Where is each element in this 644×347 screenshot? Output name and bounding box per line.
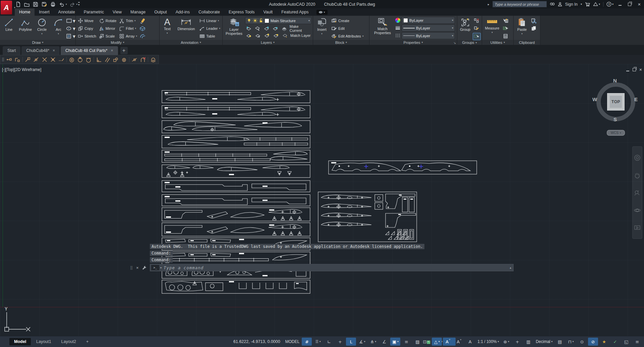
- save-as-button[interactable]: [41, 1, 48, 8]
- close-button[interactable]: ×: [636, 1, 643, 7]
- paste-button[interactable]: Paste▾: [515, 17, 529, 36]
- layer-thaw-icon[interactable]: [263, 32, 271, 39]
- application-menu-button[interactable]: A▾: [1, 1, 12, 14]
- toolbar-grip[interactable]: ⣿: [2, 57, 4, 62]
- search-icon[interactable]: [550, 2, 555, 6]
- search-collapse-icon[interactable]: ▸: [488, 3, 489, 6]
- dynamic-input-toggle[interactable]: +: [335, 338, 345, 346]
- minimize-button[interactable]: [617, 1, 623, 7]
- zoom-icon[interactable]: [634, 190, 641, 196]
- linear-dimension-button[interactable]: Linear▾: [198, 17, 221, 24]
- quadrant-icon[interactable]: [76, 56, 84, 63]
- mirror-button[interactable]: Mirror: [98, 24, 117, 32]
- ellipse-tool-icon[interactable]: ▾: [67, 25, 74, 32]
- command-customize-icon[interactable]: [142, 265, 147, 270]
- doc-minimize-icon[interactable]: [626, 67, 629, 73]
- new-file-tab-button[interactable]: +: [120, 47, 128, 54]
- units-icon[interactable]: ▥: [523, 338, 533, 346]
- temporary-track-point-icon[interactable]: [5, 56, 13, 63]
- layout-tab-layout2[interactable]: Layout2: [57, 338, 81, 345]
- panel-title-block[interactable]: Block▾: [313, 40, 369, 45]
- stretch-button[interactable]: Stretch: [77, 32, 97, 40]
- grid-display-toggle[interactable]: #: [302, 338, 312, 346]
- command-input[interactable]: >_ ▾ Type a command ▴: [150, 264, 514, 271]
- match-layer-icon[interactable]: [281, 32, 289, 39]
- rotate-button[interactable]: Rotate: [98, 17, 117, 24]
- copy-button[interactable]: Copy: [77, 24, 97, 32]
- ribbon-tab-manage[interactable]: Manage: [126, 8, 150, 16]
- array-button[interactable]: Array▾: [118, 32, 138, 40]
- navigation-bar[interactable]: [632, 146, 642, 239]
- create-block-button[interactable]: Create: [330, 17, 364, 24]
- copy-clip-icon[interactable]: [530, 25, 537, 32]
- new-drawing-button[interactable]: [15, 1, 21, 8]
- file-tab-close-icon[interactable]: ×: [53, 48, 55, 53]
- ungroup-icon[interactable]: [473, 17, 480, 24]
- view-cube-top-face[interactable]: TOP: [607, 93, 625, 111]
- sign-in-caret-icon[interactable]: ▾: [581, 3, 582, 6]
- erase-icon[interactable]: [139, 17, 146, 24]
- help-icon[interactable]: ?▾: [606, 2, 613, 7]
- match-properties-button[interactable]: Match Properties: [370, 17, 395, 35]
- ribbon-tab-vault[interactable]: Vault: [259, 8, 277, 16]
- midpoint-icon[interactable]: [32, 56, 40, 63]
- select-objects-icon[interactable]: [502, 25, 509, 32]
- group-selection-toggle[interactable]: [473, 33, 481, 40]
- user-icon[interactable]: [558, 2, 562, 6]
- connect-media-button[interactable]: ▾: [316, 10, 328, 15]
- line-button[interactable]: Line: [1, 17, 17, 31]
- qat-customize-button[interactable]: ▾: [78, 2, 80, 6]
- customization-menu[interactable]: ≡: [632, 338, 642, 346]
- move-button[interactable]: Move: [77, 17, 97, 24]
- node-icon[interactable]: [120, 56, 128, 63]
- intersection-icon[interactable]: [41, 56, 49, 63]
- orbit-icon[interactable]: [634, 207, 641, 214]
- ribbon-tab-view[interactable]: View: [108, 8, 126, 16]
- snap-from-icon[interactable]: [13, 56, 21, 63]
- layer-properties-button[interactable]: Layer Properties: [224, 17, 244, 36]
- a360-icon[interactable]: ▾: [593, 2, 600, 6]
- object-snap-toggle[interactable]: ▣▾: [390, 338, 400, 346]
- undo-caret-icon[interactable]: ▾: [66, 3, 67, 6]
- polar-tracking-toggle[interactable]: ∡▾: [357, 338, 367, 346]
- lineweight-display-toggle[interactable]: ≡: [401, 338, 411, 346]
- compass-east[interactable]: E: [634, 96, 638, 102]
- undo-button[interactable]: [58, 1, 65, 8]
- workspace-switching[interactable]: ⊛▾: [501, 338, 511, 346]
- navigation-wheel-icon[interactable]: [634, 154, 641, 161]
- showmotion-icon[interactable]: [634, 224, 641, 231]
- gizmo-toggle[interactable]: △▾: [432, 338, 442, 346]
- linetype-dropdown[interactable]: ByLayer▾: [402, 32, 455, 39]
- edit-attributes-button[interactable]: Edit Attributes▾: [330, 32, 364, 40]
- file-tab-close-icon[interactable]: ×: [111, 48, 113, 53]
- clean-screen[interactable]: ◱: [621, 338, 631, 346]
- explode-icon[interactable]: [139, 25, 146, 32]
- panel-title-properties[interactable]: Properties▾: [369, 40, 457, 45]
- arc-button[interactable]: Arc▾: [51, 17, 66, 36]
- sign-in-label[interactable]: Sign In: [565, 2, 578, 7]
- desktop-connect-icon[interactable]: ✓: [610, 338, 620, 346]
- command-history-toggle-icon[interactable]: ▴: [510, 266, 511, 269]
- layer-unlock-icon[interactable]: [272, 32, 280, 39]
- layout-tab-layout1[interactable]: Layout1: [32, 338, 56, 345]
- save-button[interactable]: [32, 1, 39, 8]
- layer-walk-icon[interactable]: [254, 32, 261, 39]
- quick-calculator-icon[interactable]: [502, 33, 509, 40]
- ribbon-tab-home[interactable]: Home: [15, 8, 35, 16]
- viewport-label[interactable]: [-][Top][2D Wireframe]: [2, 67, 41, 72]
- ribbon-tab-annotate[interactable]: Annotate: [54, 8, 79, 16]
- edit-block-button[interactable]: Edit: [330, 24, 364, 32]
- panel-title-groups[interactable]: Groups▾: [457, 40, 482, 45]
- panel-title-utilities[interactable]: Utilities▾: [482, 40, 513, 45]
- new-layout-button[interactable]: +: [81, 338, 93, 345]
- annotation-scale-value[interactable]: 1:1 / 100%▾: [476, 339, 500, 344]
- graphics-performance[interactable]: ⊘: [588, 338, 598, 346]
- lock-ui[interactable]: ⊓▾: [566, 338, 576, 346]
- layer-freeze-icon[interactable]: [263, 25, 270, 32]
- trim-button[interactable]: Trim▾: [118, 17, 138, 24]
- insert-block-button[interactable]: Insert▾: [314, 17, 330, 36]
- lineweight-dropdown[interactable]: ByLayer▾: [402, 24, 455, 31]
- compass-west[interactable]: W: [592, 96, 597, 102]
- command-grip[interactable]: ⣿: [130, 266, 132, 270]
- ribbon-tab-featured-apps[interactable]: Featured Apps: [277, 8, 313, 16]
